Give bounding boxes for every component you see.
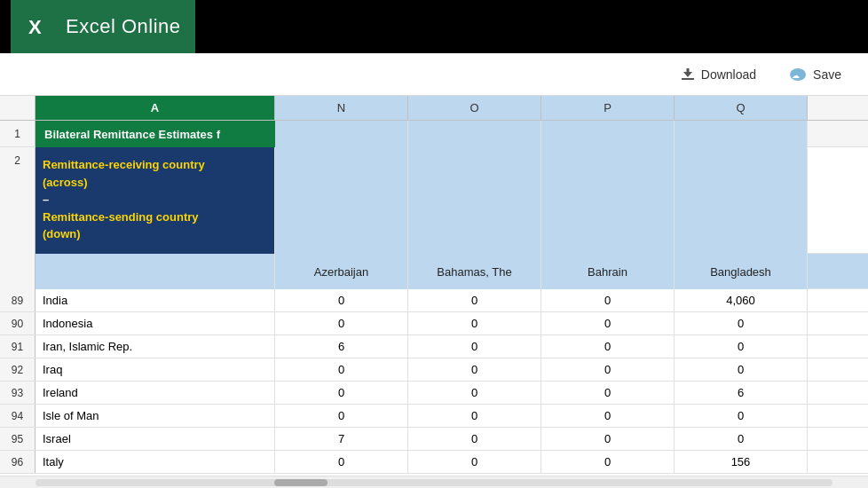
row-num: 92 [0, 358, 36, 381]
cell-2-p[interactable] [541, 147, 675, 254]
country-header-rownum [0, 254, 36, 289]
table-row: 91 Iran, Islamic Rep. 6 0 0 0 [0, 335, 868, 358]
cell-country[interactable]: India [36, 289, 275, 311]
cell-country[interactable]: Indonesia [36, 312, 275, 335]
cell-2-n[interactable] [275, 147, 408, 254]
cell-n[interactable]: 0 [275, 382, 408, 404]
cell-n[interactable]: 0 [275, 405, 408, 427]
save-icon: ☁ [788, 67, 808, 83]
cell-1-q[interactable] [675, 121, 808, 147]
cell-n[interactable]: 7 [275, 428, 408, 450]
cell-p[interactable]: 0 [541, 382, 675, 404]
horizontal-scrollbar[interactable] [0, 476, 868, 488]
save-button[interactable]: ☁ Save [776, 61, 854, 88]
row-1: 1 Bilateral Remittance Estimates f [0, 121, 868, 147]
cell-1-a[interactable]: Bilateral Remittance Estimates f [36, 121, 275, 147]
cell-2-a-tooltip[interactable]: Remittance-receiving country (across) – … [36, 147, 275, 254]
cell-p[interactable]: 0 [541, 428, 675, 450]
cell-1-o[interactable] [408, 121, 541, 147]
cell-q[interactable]: 6 [675, 382, 808, 404]
country-header-col-q[interactable]: Bangladesh [675, 254, 808, 289]
cell-q[interactable]: 0 [675, 312, 808, 335]
cell-n[interactable]: 6 [275, 335, 408, 358]
country-header-col-n[interactable]: Azerbaijan [275, 254, 408, 289]
row-num-spacer [0, 96, 36, 120]
excel-logo-box: X Excel Online [11, 0, 195, 53]
svg-rect-2 [682, 78, 694, 80]
col-header-n[interactable]: N [275, 96, 408, 120]
col-header-p[interactable]: P [541, 96, 675, 120]
row-1-num: 1 [0, 121, 36, 146]
cell-country[interactable]: Iran, Islamic Rep. [36, 335, 275, 358]
cell-p[interactable]: 0 [541, 405, 675, 427]
cell-o[interactable]: 0 [408, 289, 541, 311]
cell-q[interactable]: 0 [675, 428, 808, 450]
cell-o[interactable]: 0 [408, 382, 541, 404]
cell-p[interactable]: 0 [541, 451, 675, 473]
country-header-col-a[interactable] [36, 254, 275, 289]
top-bar: X Excel Online [0, 0, 868, 53]
svg-text:X: X [28, 16, 42, 38]
cell-p[interactable]: 0 [541, 335, 675, 358]
cell-p[interactable]: 0 [541, 289, 675, 311]
cell-p[interactable]: 0 [541, 358, 675, 381]
cell-o[interactable]: 0 [408, 405, 541, 427]
row-2-num: 2 [0, 147, 36, 254]
country-header-row: Azerbaijan Bahamas, The Bahrain Banglade… [0, 254, 868, 289]
row-num: 95 [0, 428, 36, 450]
column-headers: A N O P Q [0, 96, 868, 121]
table-row: 93 Ireland 0 0 0 6 [0, 382, 868, 405]
cell-n[interactable]: 0 [275, 358, 408, 381]
country-header-col-o[interactable]: Bahamas, The [408, 254, 541, 289]
hscroll-thumb[interactable] [274, 479, 327, 486]
spreadsheet: A N O P Q 1 Bilateral Remittance Estimat… [0, 96, 868, 488]
cell-o[interactable]: 0 [408, 451, 541, 473]
data-rows: 89 India 0 0 0 4,060 90 Indonesia 0 0 0 … [0, 289, 868, 476]
toolbar: Download ☁ Save [0, 53, 868, 96]
cell-p[interactable]: 0 [541, 312, 675, 335]
cell-country[interactable]: Israel [36, 428, 275, 450]
download-label: Download [701, 67, 756, 82]
svg-text:☁: ☁ [792, 71, 800, 80]
row-num: 91 [0, 335, 36, 358]
row-num: 93 [0, 382, 36, 404]
cell-2-o[interactable] [408, 147, 541, 254]
cell-q[interactable]: 156 [675, 451, 808, 473]
cell-n[interactable]: 0 [275, 312, 408, 335]
cell-o[interactable]: 0 [408, 312, 541, 335]
row-num: 89 [0, 289, 36, 311]
country-header-col-p[interactable]: Bahrain [541, 254, 675, 289]
cell-o[interactable]: 0 [408, 358, 541, 381]
col-header-a[interactable]: A [36, 96, 275, 120]
save-label: Save [813, 67, 841, 82]
table-row: 95 Israel 7 0 0 0 [0, 428, 868, 451]
table-row: 90 Indonesia 0 0 0 0 [0, 312, 868, 335]
cell-q[interactable]: 0 [675, 335, 808, 358]
col-header-q[interactable]: Q [675, 96, 808, 120]
cell-q[interactable]: 0 [675, 405, 808, 427]
download-button[interactable]: Download [667, 61, 769, 88]
cell-country[interactable]: Ireland [36, 382, 275, 404]
row-num: 96 [0, 451, 36, 473]
table-row: 94 Isle of Man 0 0 0 0 [0, 405, 868, 428]
cell-n[interactable]: 0 [275, 451, 408, 473]
excel-title: Excel Online [66, 15, 181, 38]
row-num: 94 [0, 405, 36, 427]
row-2: 2 Remittance-receiving country (across) … [0, 147, 868, 254]
cell-n[interactable]: 0 [275, 289, 408, 311]
download-icon [680, 67, 696, 83]
cell-o[interactable]: 0 [408, 335, 541, 358]
cell-o[interactable]: 0 [408, 428, 541, 450]
cell-1-n[interactable] [275, 121, 408, 147]
cell-country[interactable]: Italy [36, 451, 275, 473]
table-row: 89 India 0 0 0 4,060 [0, 289, 868, 312]
hscroll-track[interactable] [36, 479, 832, 486]
col-header-o[interactable]: O [408, 96, 541, 120]
cell-q[interactable]: 0 [675, 358, 808, 381]
cell-2-q[interactable] [675, 147, 808, 254]
cell-q[interactable]: 4,060 [675, 289, 808, 311]
row-num: 90 [0, 312, 36, 335]
cell-country[interactable]: Iraq [36, 358, 275, 381]
cell-1-p[interactable] [541, 121, 675, 147]
cell-country[interactable]: Isle of Man [36, 405, 275, 427]
